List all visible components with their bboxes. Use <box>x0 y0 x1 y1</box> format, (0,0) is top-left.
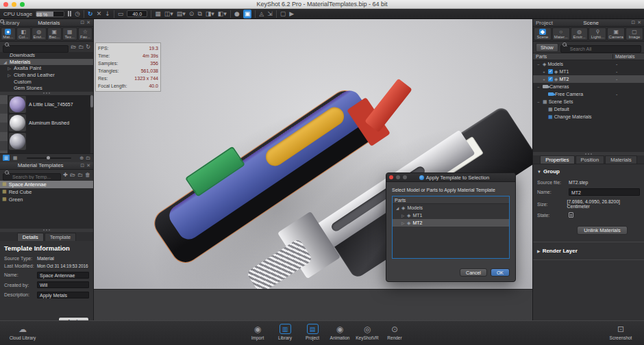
tree-item-cloth-and-leather[interactable]: ▷Cloth and Leather <box>0 72 93 79</box>
dialog-tree-item-mt2[interactable]: ▷◈MT2 <box>393 219 509 227</box>
expander-icon[interactable]: ▷ <box>401 214 405 218</box>
taskbar-screenshot[interactable]: ⊡ Screenshot <box>600 324 641 340</box>
dialog-tree-item-mt1[interactable]: ▷◈MT1 <box>393 212 509 219</box>
template-item-green[interactable]: ▦Green <box>0 196 93 203</box>
focal-length-value[interactable]: 40.0 <box>127 10 147 17</box>
scene-item-free-camera[interactable]: Free Camera - <box>533 90 644 98</box>
pause-icon[interactable] <box>68 11 71 16</box>
library-search-input[interactable] <box>3 45 69 53</box>
tab-camera[interactable]: ▣Camera <box>607 27 625 40</box>
scene-item-mt2[interactable]: +✓◈MT2 - <box>533 75 644 83</box>
link-icon[interactable]: ⊕ <box>79 154 84 162</box>
taskbar-import[interactable]: ◉Import <box>245 324 270 340</box>
visibility-checkbox[interactable]: ✓ <box>548 77 553 81</box>
material-item[interactable]: Aluminum Brushed <box>8 114 90 132</box>
expand-icon[interactable]: + <box>541 77 547 81</box>
tab-backplates[interactable]: ▣Bac... <box>47 27 62 40</box>
template-item-space-antennae[interactable]: ▦Space Antennae <box>0 181 93 188</box>
close-icon[interactable]: ✕ <box>86 20 90 25</box>
add-template-icon[interactable]: ✚ <box>63 171 68 179</box>
taskbar-library[interactable]: ▥Library <box>273 324 297 340</box>
undock-icon[interactable]: ⊡ <box>80 20 84 25</box>
template-description-field[interactable]: Apply Metals <box>37 292 89 298</box>
region-icon[interactable]: ▦ <box>155 10 161 18</box>
template-name-field[interactable]: Space Antennae <box>37 272 89 279</box>
scene-item-scene-sets[interactable]: −▦Scene Sets <box>533 98 644 105</box>
tab-position[interactable]: Position <box>575 155 605 164</box>
templates-toggle-icon[interactable]: ▣ <box>243 10 252 18</box>
taskbar-animation[interactable]: ◉Animation <box>327 324 352 340</box>
refresh-icon[interactable]: ↻ <box>86 43 90 51</box>
tab-colors[interactable]: ◧Col... <box>16 27 32 40</box>
resize-icon[interactable]: ⇲ <box>267 10 273 18</box>
expand-icon[interactable]: + <box>541 70 547 74</box>
play-icon[interactable]: ▶ <box>289 10 294 18</box>
taskbar-project[interactable]: ▤Project <box>300 324 325 340</box>
folder-open-icon[interactable]: 🗁 <box>71 43 76 51</box>
expander-icon[interactable]: ◢ <box>395 206 399 210</box>
cpu-usage-meter[interactable]: 88 % <box>36 11 64 17</box>
expander-icon[interactable]: ▷ <box>7 66 12 71</box>
scene-item-cameras[interactable]: −Cameras <box>533 83 644 90</box>
tab-properties[interactable]: Properties <box>540 155 574 164</box>
folder-add-icon[interactable]: 🗀 <box>78 43 84 51</box>
split-view-icon[interactable]: ◫▾ <box>164 10 173 18</box>
tab-details[interactable]: Details <box>17 233 44 241</box>
realtime-refresh-icon[interactable]: ↻ <box>88 10 93 18</box>
undock-icon[interactable]: ⊡ <box>80 163 84 168</box>
grid-view-icon[interactable]: ▦ <box>12 155 18 161</box>
geometry-icon[interactable]: ◬ <box>259 10 264 18</box>
tab-material[interactable]: ○Mater... <box>552 27 570 40</box>
scene-item-default[interactable]: ▦Default <box>533 105 644 113</box>
taskbar-keyshotvr[interactable]: ◎KeyShotVR <box>355 324 380 340</box>
tab-favorites[interactable]: ☆Fav... <box>78 27 93 40</box>
material-sphere-icon[interactable]: ● <box>234 10 240 18</box>
thumbnail-size-slider[interactable] <box>27 157 71 159</box>
tab-scene[interactable]: ◆Scene <box>534 27 552 40</box>
close-icon[interactable]: ✕ <box>86 163 90 168</box>
tab-materials[interactable]: ●Mat... <box>1 27 16 40</box>
delete-template-icon[interactable]: 🗑 <box>85 171 90 179</box>
taskbar-cloud-library[interactable]: ☁ Cloud Library <box>4 324 41 340</box>
ok-button[interactable]: OK <box>491 268 510 277</box>
collapse-icon[interactable]: − <box>536 85 541 89</box>
pan-view-icon[interactable]: ✕ <box>97 10 102 18</box>
tree-item-gem-stones[interactable]: Gem Stones <box>0 85 93 92</box>
group-name-field[interactable]: MT2 <box>569 188 640 196</box>
tab-materials-props[interactable]: Materials <box>605 155 636 164</box>
scene-item-change-materials[interactable]: ▦Change Materials <box>533 113 644 120</box>
style-icon[interactable]: ◧▾ <box>218 10 227 18</box>
material-item[interactable] <box>8 132 90 151</box>
dialog-close-button[interactable] <box>389 175 393 179</box>
cancel-button[interactable]: Cancel <box>460 268 487 277</box>
state-icon[interactable] <box>569 212 573 218</box>
visibility-checkbox[interactable]: ✓ <box>548 69 553 74</box>
dialog-tree-item-models[interactable]: ◢◈Models <box>393 204 509 212</box>
copy-icon[interactable]: ⧉ <box>197 10 201 18</box>
template-search-input[interactable] <box>3 173 61 181</box>
tab-template[interactable]: Template <box>45 233 76 241</box>
tab-environments[interactable]: ◍Envi... <box>32 27 47 40</box>
taskbar-render[interactable]: ⊙Render <box>382 324 407 340</box>
collapse-icon[interactable]: − <box>536 62 541 66</box>
unlink-materials-button[interactable]: Unlink Materials <box>577 226 627 235</box>
scene-search-input[interactable] <box>560 45 641 53</box>
group-section-header[interactable]: ▼Group <box>537 168 640 175</box>
export-template-icon[interactable]: 🗀 <box>77 171 83 179</box>
tab-textures[interactable]: ▦Tex... <box>62 27 77 40</box>
material-item[interactable]: A Little Lilac_745657 <box>8 95 90 114</box>
undock-icon[interactable]: ⊡ <box>631 20 635 25</box>
tab-image[interactable]: ▢Image <box>626 27 643 40</box>
tab-environment[interactable]: ◍Envir... <box>571 27 589 40</box>
timer-icon[interactable]: ◷ <box>75 10 80 18</box>
expander-icon[interactable]: ▷ <box>401 221 405 225</box>
show-filter-button[interactable]: Show <box>536 43 558 52</box>
template-item-red-cube[interactable]: ▦Red Cube <box>0 188 93 196</box>
expander-icon[interactable]: ◢ <box>3 60 8 64</box>
zoom-out-icon[interactable] <box>21 156 25 160</box>
layers-icon[interactable]: ▤▾ <box>177 10 186 18</box>
scrollbar[interactable] <box>90 95 93 153</box>
tree-item-axalta-paint[interactable]: ▷Axalta Paint <box>0 65 93 72</box>
close-icon[interactable]: ✕ <box>637 20 641 25</box>
target-icon[interactable]: ⊙ <box>189 10 195 18</box>
